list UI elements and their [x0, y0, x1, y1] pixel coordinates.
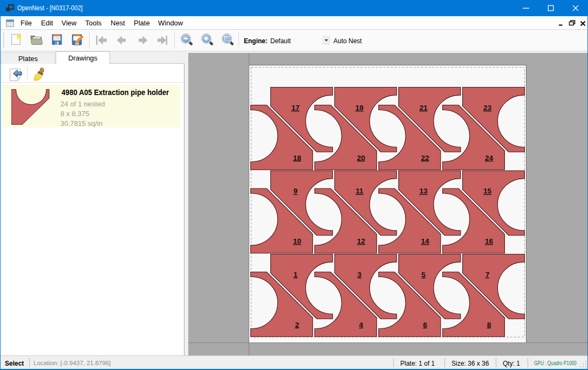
svg-text:16: 16	[485, 237, 494, 245]
svg-text:19: 19	[355, 104, 364, 112]
svg-text:20: 20	[357, 154, 365, 162]
svg-text:15: 15	[483, 187, 492, 195]
svg-text:13: 13	[419, 187, 428, 195]
svg-text:8: 8	[487, 321, 491, 329]
svg-text:7: 7	[486, 271, 490, 279]
svg-text:14: 14	[421, 237, 429, 245]
svg-text:4: 4	[359, 321, 364, 329]
svg-text:21: 21	[419, 104, 428, 112]
svg-text:22: 22	[421, 154, 429, 162]
svg-text:3: 3	[358, 271, 362, 279]
svg-text:18: 18	[293, 154, 302, 162]
svg-text:6: 6	[423, 321, 427, 329]
svg-text:24: 24	[485, 154, 494, 162]
svg-text:5: 5	[421, 271, 426, 279]
svg-text:9: 9	[293, 187, 298, 195]
svg-text:12: 12	[357, 237, 365, 245]
svg-text:17: 17	[291, 104, 299, 112]
svg-text:23: 23	[483, 104, 492, 112]
svg-text:2: 2	[295, 321, 299, 329]
svg-text:1: 1	[293, 271, 298, 279]
svg-text:11: 11	[355, 187, 364, 195]
svg-text:10: 10	[293, 237, 301, 245]
